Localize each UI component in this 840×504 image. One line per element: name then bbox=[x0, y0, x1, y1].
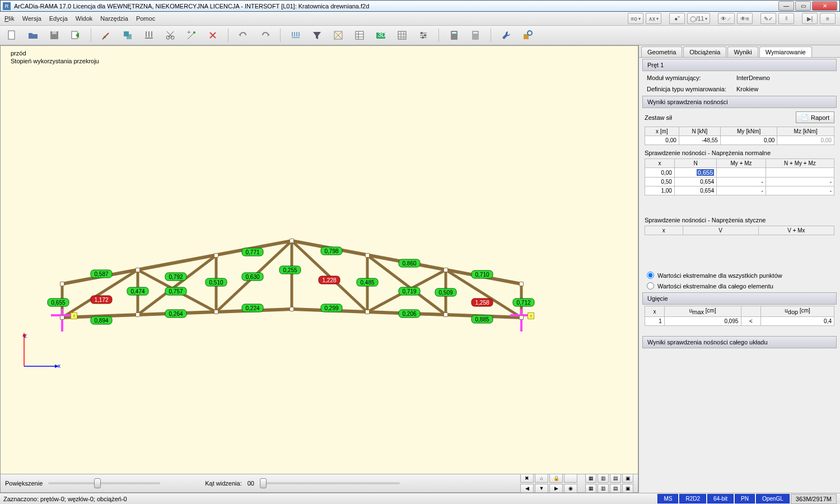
nav-blank1[interactable] bbox=[564, 474, 577, 483]
delete-icon[interactable] bbox=[206, 28, 220, 43]
export-icon[interactable] bbox=[68, 28, 83, 43]
radio-whole-element[interactable] bbox=[647, 282, 654, 290]
shear-stress-label: Sprawdzenie nośności - Naprężenia styczn… bbox=[639, 213, 840, 225]
view-option-9-icon[interactable]: ≡ bbox=[820, 13, 836, 24]
supports-icon[interactable] bbox=[142, 28, 156, 43]
layer3-icon[interactable]: ▤ bbox=[610, 474, 621, 483]
layer4-icon[interactable]: ▣ bbox=[622, 474, 633, 483]
nav-left-icon[interactable]: ◀ bbox=[520, 484, 534, 493]
raport-button[interactable]: 📄 Raport bbox=[796, 111, 834, 123]
close-button[interactable]: ✕ bbox=[812, 1, 837, 11]
utilization-badge: 0,255 bbox=[279, 266, 301, 274]
config-icon[interactable] bbox=[520, 28, 535, 43]
view-option-1-icon[interactable]: ∧x bbox=[646, 13, 661, 24]
angle-slider[interactable] bbox=[260, 482, 400, 484]
node[interactable] bbox=[519, 282, 524, 286]
statusbar: Zaznaczono: prętów-0; węzłów-0; obciążeń… bbox=[0, 493, 840, 504]
menu-wersja[interactable]: Wersja bbox=[22, 15, 41, 22]
def-label: Definicja typu wymiarowania: bbox=[647, 86, 736, 92]
nav-right-icon[interactable]: ▶ bbox=[549, 484, 563, 493]
utilization-badge: 0,655 bbox=[47, 298, 69, 307]
view-option-0-icon[interactable]: ≡o bbox=[628, 13, 643, 24]
angle-value: 00 bbox=[248, 480, 254, 487]
3d-view-icon[interactable]: 3D bbox=[374, 28, 388, 43]
node[interactable] bbox=[136, 268, 140, 272]
nav-fit-icon[interactable]: ✖ bbox=[520, 474, 534, 483]
view-option-6-icon[interactable]: ✎✓ bbox=[760, 13, 776, 24]
settings-sliders-icon[interactable] bbox=[416, 28, 431, 43]
minimize-button[interactable]: — bbox=[778, 1, 794, 11]
loads-icon[interactable] bbox=[288, 28, 303, 43]
filter-icon[interactable] bbox=[310, 28, 324, 43]
maximize-button[interactable]: ▭ bbox=[795, 1, 811, 11]
menu-edycja[interactable]: Edycja bbox=[49, 15, 68, 22]
tab-geometria[interactable]: Geometria bbox=[641, 46, 682, 57]
tab-obciazenia[interactable]: Obciążenia bbox=[683, 46, 726, 57]
view-option-8-icon[interactable]: ▶| bbox=[802, 13, 818, 24]
menu-narzedzia[interactable]: Narzędzia bbox=[100, 15, 128, 22]
status-pn-button[interactable]: PN bbox=[735, 494, 755, 503]
grid-settings-icon[interactable] bbox=[395, 28, 409, 43]
radio-all-points[interactable] bbox=[647, 272, 654, 279]
layer7-icon[interactable]: ▤ bbox=[610, 484, 621, 493]
tab-wymiarowanie[interactable]: Wymiarowanie bbox=[759, 46, 812, 57]
menu-pomoc[interactable]: Pomoc bbox=[136, 15, 155, 22]
status-ms-button[interactable]: MS bbox=[657, 494, 678, 503]
new-file-icon[interactable] bbox=[4, 28, 19, 43]
redo-icon[interactable] bbox=[258, 28, 272, 43]
undo-icon[interactable] bbox=[236, 28, 251, 43]
utilization-badge: 0,712 bbox=[512, 298, 534, 307]
node[interactable] bbox=[365, 253, 370, 258]
layer6-icon[interactable]: ▥ bbox=[598, 484, 609, 493]
view-option-3-icon[interactable]: ◯/11 bbox=[687, 13, 710, 24]
deflection-table: xumax [cm]udop [cm] 10,095<0,4 bbox=[645, 306, 834, 326]
status-r2d2-button[interactable]: R2D2 bbox=[679, 494, 706, 503]
viewport-canvas[interactable]: przód Stopień wykorzystania przekroju bbox=[1, 46, 638, 474]
node[interactable] bbox=[60, 282, 64, 286]
cut-icon[interactable] bbox=[163, 28, 178, 43]
nav-up-icon[interactable]: ⌂ bbox=[535, 474, 548, 483]
nav-lock-icon[interactable]: 🔒 bbox=[549, 474, 563, 483]
menu-plik[interactable]: Plik bbox=[4, 15, 15, 22]
dimension-icon[interactable]: + bbox=[184, 28, 199, 43]
svg-rect-12 bbox=[356, 31, 363, 39]
layer8-icon[interactable]: ▣ bbox=[622, 484, 633, 493]
node[interactable] bbox=[290, 239, 294, 243]
analysis-icon[interactable] bbox=[331, 28, 346, 43]
tab-wyniki[interactable]: Wyniki bbox=[727, 46, 758, 57]
svg-point-16 bbox=[421, 32, 423, 34]
node[interactable] bbox=[136, 312, 140, 317]
node[interactable] bbox=[519, 315, 524, 320]
node[interactable] bbox=[290, 307, 294, 311]
node[interactable] bbox=[60, 315, 64, 320]
node-tool-icon[interactable] bbox=[99, 28, 114, 43]
status-64-bit-button[interactable]: 64-bit bbox=[707, 494, 734, 503]
open-file-icon[interactable] bbox=[26, 28, 40, 43]
save-icon[interactable] bbox=[47, 28, 62, 43]
view-option-5-icon[interactable]: 👁≡ bbox=[737, 13, 753, 24]
node[interactable] bbox=[214, 253, 218, 258]
utilization-badge: 0,798 bbox=[320, 247, 342, 255]
warning-flag-left: ! bbox=[71, 312, 77, 319]
view-option-4-icon[interactable]: 👁⟋ bbox=[718, 13, 735, 24]
node[interactable] bbox=[444, 268, 448, 272]
table-icon[interactable] bbox=[352, 28, 367, 43]
calculator-icon[interactable] bbox=[447, 28, 461, 43]
view-option-7-icon[interactable]: ⫴ bbox=[778, 13, 794, 24]
duplicate-icon[interactable] bbox=[120, 28, 135, 43]
layer1-icon[interactable]: ▦ bbox=[585, 474, 596, 483]
zoom-slider[interactable] bbox=[48, 482, 160, 484]
nav-center-icon[interactable]: ◉ bbox=[564, 484, 577, 493]
node[interactable] bbox=[444, 312, 448, 317]
nav-down-icon[interactable]: ▼ bbox=[535, 484, 548, 493]
status-opengl-button[interactable]: OpenGL bbox=[756, 494, 790, 503]
calculator2-icon[interactable] bbox=[468, 28, 483, 43]
node[interactable] bbox=[214, 310, 218, 314]
layer2-icon[interactable]: ▥ bbox=[598, 474, 609, 483]
wrench-icon[interactable] bbox=[499, 28, 514, 43]
utilization-badge: 0,264 bbox=[165, 310, 186, 318]
layer5-icon[interactable]: ▦ bbox=[585, 484, 596, 493]
node[interactable] bbox=[365, 310, 370, 314]
menu-widok[interactable]: Widok bbox=[76, 15, 93, 22]
view-option-2-icon[interactable]: ●" bbox=[669, 13, 685, 24]
